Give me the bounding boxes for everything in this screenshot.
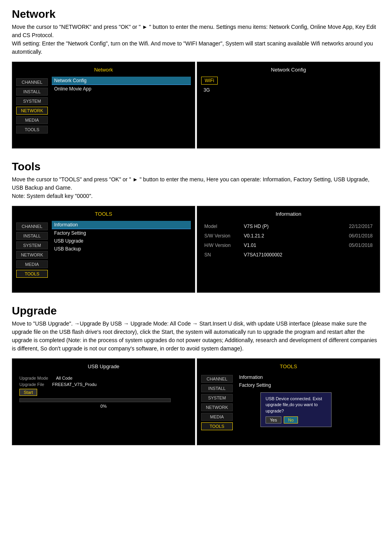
- upgrade-menu-install[interactable]: INSTALL: [201, 384, 233, 392]
- info-value-model: V7S HD (P): [241, 222, 309, 231]
- tools-title: Tools: [12, 160, 380, 173]
- upgrade-mode-label: Upgrade Mode: [19, 376, 48, 380]
- tools-menu-install[interactable]: INSTALL: [16, 232, 48, 240]
- info-value-sn: V7SA1710000002: [241, 250, 376, 260]
- upgrade-right-screen: TOOLS CHANNEL INSTALL SYSTEM NETWORK MED…: [197, 358, 380, 445]
- info-date-hw: 05/01/2018: [309, 241, 376, 250]
- network-right-screen: Network Config WiFi 3G: [197, 62, 380, 149]
- upgrade-desc: Move to "USB Upgrade". →Upgrade By USB →…: [12, 320, 380, 353]
- upgrade-left-title: USB Upgrade: [16, 363, 191, 370]
- panel-item-online-movie[interactable]: Online Movie App: [52, 85, 191, 93]
- tools-desc: Move the cursor to "TOOLS" and press "OK…: [12, 175, 380, 200]
- tools-menu-tools[interactable]: TOOLS: [16, 270, 48, 278]
- tools-menu-channel[interactable]: CHANNEL: [16, 222, 48, 230]
- network-panel-content: Network Config Online Movie App: [52, 77, 191, 93]
- dialog-yes-button[interactable]: Yes: [266, 416, 281, 424]
- upgrade-file-row: Upgrade File FREESAT_V7S_Produ: [19, 382, 188, 387]
- dialog-text: USB Device connected. Exist upgrade file…: [266, 396, 326, 414]
- network-left-title: Network: [16, 66, 191, 73]
- menu-item-media[interactable]: MEDIA: [16, 116, 48, 124]
- upgrade-menu-system[interactable]: SYSTEM: [201, 394, 233, 402]
- menu-item-install[interactable]: INSTALL: [16, 88, 48, 96]
- upgrade-menu-media[interactable]: MEDIA: [201, 413, 233, 421]
- panel-item-network-config[interactable]: Network Config: [52, 77, 191, 85]
- panel-information[interactable]: Information: [52, 221, 191, 229]
- upgrade-right-panel: Information Factory Setting USB Device c…: [237, 373, 376, 427]
- info-label-sn: SN: [201, 250, 241, 260]
- tools-menu-media[interactable]: MEDIA: [16, 260, 48, 268]
- network-title: Network: [12, 8, 380, 21]
- tools-left-screen: TOOLS CHANNEL INSTALL SYSTEM NETWORK MED…: [12, 206, 195, 293]
- upgrade-file-label: Upgrade File: [19, 382, 44, 387]
- upgrade-menu-channel[interactable]: CHANNEL: [201, 375, 233, 383]
- progress-text: 0%: [19, 404, 188, 409]
- tools-section: Tools Move the cursor to "TOOLS" and pre…: [12, 160, 380, 293]
- info-label-model: Model: [201, 222, 241, 231]
- menu-item-channel[interactable]: CHANNEL: [16, 78, 48, 86]
- upgrade-mode-value: All Code: [56, 376, 73, 380]
- info-table: Model V7S HD (P) 22/12/2017 S/W Version …: [201, 222, 376, 260]
- tools-menu-network[interactable]: NETWORK: [16, 251, 48, 259]
- upgrade-dialog: USB Device connected. Exist upgrade file…: [260, 392, 332, 427]
- wifi-item[interactable]: WiFi: [201, 77, 218, 85]
- menu-item-tools[interactable]: TOOLS: [16, 126, 48, 134]
- tools-panel-content: Information Factory Setting USB Upgrade …: [52, 221, 191, 253]
- start-button[interactable]: Start: [19, 389, 37, 396]
- dialog-no-button[interactable]: No: [284, 416, 298, 424]
- info-label-hw: H/W Version: [201, 241, 241, 250]
- panel-usb-upgrade[interactable]: USB Upgrade: [52, 237, 191, 245]
- tools-left-title: TOOLS: [16, 210, 191, 218]
- tools-left-menu: CHANNEL INSTALL SYSTEM NETWORK MEDIA TOO…: [16, 222, 48, 278]
- panel-usb-backup[interactable]: USB Backup: [52, 245, 191, 253]
- network-right-title: Network Config: [201, 66, 376, 73]
- info-label-sw: S/W Version: [201, 231, 241, 241]
- info-date-model: 22/12/2017: [309, 222, 376, 231]
- upgrade-menu-network[interactable]: NETWORK: [201, 403, 233, 411]
- upgrade-content: Upgrade Mode All Code Upgrade File FREES…: [16, 373, 191, 411]
- upgrade-mode-row: Upgrade Mode All Code: [19, 376, 188, 380]
- upgrade-menu-tools[interactable]: TOOLS: [201, 422, 233, 430]
- upgrade-file-value: FREESAT_V7S_Produ: [52, 382, 96, 387]
- tools-menu-system[interactable]: SYSTEM: [16, 241, 48, 249]
- info-value-hw: V1.01: [241, 241, 309, 250]
- panel-factory[interactable]: Factory Setting: [52, 229, 191, 237]
- menu-item-network[interactable]: NETWORK: [16, 107, 48, 115]
- tools-right-title: Information: [201, 210, 376, 218]
- upgrade-screens: USB Upgrade Upgrade Mode All Code Upgrad…: [12, 358, 380, 445]
- network-section: Network Move the cursor to "NETWORK" and…: [12, 8, 380, 149]
- 3g-item[interactable]: 3G: [201, 86, 376, 94]
- menu-item-system[interactable]: SYSTEM: [16, 97, 48, 105]
- network-desc: Move the cursor to "NETWORK" and press "…: [12, 23, 380, 56]
- tools-screens: TOOLS CHANNEL INSTALL SYSTEM NETWORK MED…: [12, 206, 380, 293]
- upgrade-left-screen: USB Upgrade Upgrade Mode All Code Upgrad…: [12, 358, 195, 445]
- info-value-sw: V0.1.21.2: [241, 231, 309, 241]
- info-row-sn: SN V7SA1710000002: [201, 250, 376, 260]
- right-panel-factory[interactable]: Factory Setting: [237, 381, 376, 389]
- dialog-buttons: Yes No: [266, 416, 326, 424]
- upgrade-title: Upgrade: [12, 305, 380, 317]
- upgrade-right-menu: CHANNEL INSTALL SYSTEM NETWORK MEDIA TOO…: [201, 375, 233, 430]
- progress-bar: [19, 398, 171, 402]
- info-row-hw: H/W Version V1.01 05/01/2018: [201, 241, 376, 250]
- info-row-sw: S/W Version V0.1.21.2 06/01/2018: [201, 231, 376, 241]
- network-left-screen: Network CHANNEL INSTALL SYSTEM NETWORK M…: [12, 62, 195, 149]
- tools-right-screen: Information Model V7S HD (P) 22/12/2017 …: [197, 206, 380, 293]
- upgrade-right-title: TOOLS: [201, 363, 376, 370]
- network-left-menu: CHANNEL INSTALL SYSTEM NETWORK MEDIA TOO…: [16, 78, 48, 134]
- info-date-sw: 06/01/2018: [309, 231, 376, 241]
- network-screens: Network CHANNEL INSTALL SYSTEM NETWORK M…: [12, 62, 380, 149]
- right-panel-info[interactable]: Information: [237, 373, 376, 381]
- info-row-model: Model V7S HD (P) 22/12/2017: [201, 222, 376, 231]
- upgrade-section: Upgrade Move to "USB Upgrade". →Upgrade …: [12, 305, 380, 445]
